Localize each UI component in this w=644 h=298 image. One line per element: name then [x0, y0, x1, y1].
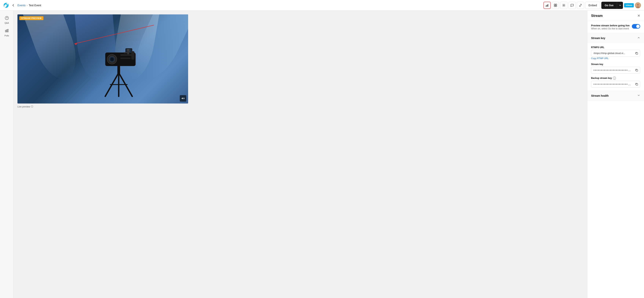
content-area: STREAM PREVIEW: [14, 10, 587, 298]
qa-label: Q&A: [4, 22, 9, 24]
svg-rect-16: [8, 29, 8, 32]
qa-icon: [5, 16, 9, 21]
breadcrumb-current: Test Event: [29, 4, 41, 7]
svg-rect-30: [120, 58, 130, 59]
breadcrumb-separator: ›: [27, 4, 28, 7]
preview-stream-row: Preview stream before going live When on…: [591, 24, 640, 30]
rtmps-url-input[interactable]: [591, 50, 633, 56]
stream-key-header[interactable]: Stream key: [587, 33, 644, 43]
toggle-slider: [632, 24, 640, 28]
live-preview-text: Live preview: [18, 106, 30, 108]
svg-rect-32: [127, 49, 130, 50]
embed-button[interactable]: Embed: [585, 2, 600, 9]
go-live-button[interactable]: Go live: [601, 2, 617, 9]
backup-stream-key-field: Backup stream key i: [591, 76, 640, 88]
copy-rtmp-link[interactable]: Copy RTMP URL: [591, 57, 608, 60]
close-panel-button[interactable]: ✕: [637, 14, 640, 18]
backup-stream-key-input[interactable]: [591, 81, 633, 88]
breadcrumb-parent[interactable]: Events: [18, 4, 26, 7]
stream-health-title: Stream health: [591, 94, 609, 97]
svg-rect-39: [636, 53, 638, 54]
header: Events › Test Event: [0, 0, 644, 10]
sidebar-item-qa[interactable]: Q&A: [1, 14, 12, 26]
svg-rect-6: [554, 6, 555, 7]
svg-rect-3: [548, 4, 548, 7]
breadcrumb: Events › Test Event: [18, 4, 41, 7]
stream-preview-badge: STREAM PREVIEW: [19, 16, 44, 20]
stream-key-label: Stream key: [591, 63, 640, 66]
stream-key-content: RTMPS URL Copy RTMP URL Str: [587, 43, 644, 90]
preview-stream-section: Preview stream before going live When on…: [587, 21, 644, 33]
live-preview-label: Live preview ⓘ: [18, 105, 583, 108]
chat-button[interactable]: [568, 2, 576, 9]
settings-button[interactable]: [560, 2, 568, 9]
svg-rect-40: [636, 70, 638, 71]
stream-key-input-row: [591, 67, 640, 74]
copy-stream-key-button[interactable]: [633, 67, 640, 73]
sidebar-item-polls[interactable]: Polls: [1, 27, 12, 38]
preview-stream-desc: When on, select Go live to start event: [591, 27, 630, 30]
header-left: Events › Test Event: [3, 2, 542, 8]
camera-silhouette: ▶: [92, 39, 145, 100]
main-layout: Q&A Polls STREAM PREVIEW: [0, 10, 644, 298]
copy-rtmps-url-button[interactable]: [633, 50, 640, 56]
stream-health-section: Stream health: [587, 91, 644, 101]
layout-button[interactable]: [552, 2, 559, 9]
svg-rect-7: [556, 6, 557, 7]
stream-key-title: Stream key: [591, 36, 605, 40]
copy-backup-key-button[interactable]: [633, 81, 640, 87]
svg-point-25: [110, 58, 114, 61]
stream-health-header[interactable]: Stream health: [587, 91, 644, 101]
svg-rect-2: [547, 5, 547, 7]
svg-point-10: [637, 4, 639, 6]
stream-key-section: Stream key RTMPS URL: [587, 33, 644, 91]
svg-rect-1: [546, 6, 546, 7]
right-panel-title: Stream: [591, 14, 603, 18]
backup-key-info-icon[interactable]: i: [613, 76, 616, 80]
video-preview: ▶: [18, 14, 188, 104]
stream-health-chevron: [637, 94, 640, 98]
back-button[interactable]: [10, 3, 16, 8]
link-button[interactable]: [577, 2, 584, 9]
right-panel-header: Stream ✕: [587, 10, 644, 21]
stream-key-field: Stream key: [591, 63, 640, 74]
stream-key-chevron: [637, 36, 640, 40]
svg-rect-4: [554, 4, 555, 5]
right-panel: Stream ✕ Preview stream before going liv…: [587, 10, 644, 298]
rtmps-url-label: RTMPS URL: [591, 46, 640, 49]
svg-rect-34: [132, 51, 134, 60]
svg-point-8: [564, 5, 564, 6]
svg-point-12: [5, 16, 8, 20]
go-live-dropdown-button[interactable]: [617, 2, 623, 9]
vimeo-logo[interactable]: [3, 2, 9, 8]
header-right: Embed Go live vimeo: [544, 2, 641, 9]
vimeo-badge: vimeo: [624, 3, 634, 8]
avatar[interactable]: [635, 2, 641, 8]
backup-stream-key-input-row: [591, 81, 640, 88]
svg-rect-5: [556, 4, 557, 5]
live-preview-info-icon[interactable]: ⓘ: [31, 105, 33, 108]
svg-rect-15: [6, 30, 7, 32]
preview-toggle[interactable]: [632, 24, 640, 28]
svg-point-0: [4, 3, 8, 8]
rtmps-url-input-row: [591, 50, 640, 56]
rtmps-url-field: RTMPS URL Copy RTMP URL: [591, 46, 640, 60]
preview-stream-text: Preview stream before going live When on…: [591, 24, 630, 30]
analytics-button[interactable]: [544, 2, 551, 9]
svg-rect-41: [636, 84, 638, 85]
backup-key-label-row: Backup stream key i: [591, 76, 640, 80]
polls-label: Polls: [4, 34, 9, 37]
left-sidebar: Q&A Polls: [0, 10, 14, 298]
svg-rect-14: [5, 30, 6, 32]
stream-key-input[interactable]: [591, 67, 633, 73]
svg-rect-33: [124, 52, 127, 53]
video-container: STREAM PREVIEW: [18, 14, 188, 104]
svg-rect-31: [127, 50, 129, 54]
mute-button[interactable]: [180, 95, 186, 102]
preview-stream-title: Preview stream before going live: [591, 24, 630, 27]
svg-point-13: [7, 19, 7, 19]
backup-stream-key-label: Backup stream key: [591, 77, 612, 80]
go-live-group: Go live: [601, 2, 623, 9]
polls-icon: [5, 28, 9, 34]
